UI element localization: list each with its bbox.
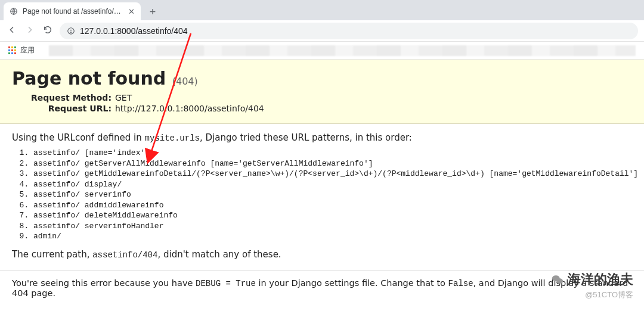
- svg-point-2: [70, 32, 71, 33]
- expl-c1: DEBUG = True: [196, 279, 256, 288]
- url-pattern-item: assetinfo/ getServerAllMiddlewareinfo [n…: [33, 158, 632, 169]
- outro-before: The current path,: [12, 249, 92, 260]
- meta-url-value: http://127.0.0.1:8000/assetinfo/404: [115, 103, 264, 114]
- url-pattern-item: assetinfo/ [name='index']: [33, 148, 632, 158]
- svg-rect-3: [8, 46, 10, 48]
- url-patterns-panel: Using the URLconf defined in mysite.urls…: [0, 124, 644, 271]
- bookmarks-bar: 应用: [0, 42, 644, 60]
- svg-rect-4: [11, 46, 13, 48]
- tab-title: Page not found at /assetinfo/404: [23, 7, 123, 15]
- site-info-icon[interactable]: [67, 27, 75, 35]
- page-title: Page not found (404): [12, 68, 632, 89]
- request-meta-table: Request Method: GET Request URL: http://…: [31, 92, 264, 114]
- url-pattern-item: assetinfo/ serverinfoHandler: [33, 221, 632, 232]
- url-pattern-item: assetinfo/ addmiddlewareinfo: [33, 200, 632, 211]
- url-pattern-item: admin/: [33, 231, 632, 242]
- expl-t2: in your Django settings file. Change tha…: [256, 278, 448, 288]
- meta-url-label: Request URL:: [31, 103, 115, 114]
- outro-code: assetinfo/404: [92, 250, 157, 260]
- svg-rect-9: [8, 52, 10, 54]
- new-tab-button[interactable]: +: [144, 4, 161, 20]
- url-pattern-item: assetinfo/ deleteMiddlewareinfo: [33, 210, 632, 221]
- page-body: Page not found (404) Request Method: GET…: [0, 60, 644, 305]
- url-pattern-item: assetinfo/ getMiddlewareinfoDetail/(?P<s…: [33, 169, 632, 179]
- browser-chrome: Page not found at /assetinfo/404 ✕ + 127…: [0, 0, 644, 60]
- svg-rect-5: [14, 46, 16, 48]
- outro-text: The current path, assetinfo/404, didn't …: [12, 249, 632, 260]
- expl-t1: You're seeing this error because you hav…: [12, 278, 196, 288]
- expl-c2: False: [448, 279, 473, 288]
- intro-code: mysite.urls: [145, 133, 200, 143]
- intro-before: Using the URLconf defined in: [12, 132, 145, 143]
- url-pattern-item: assetinfo/ display/: [33, 179, 632, 190]
- summary-panel: Page not found (404) Request Method: GET…: [0, 60, 644, 124]
- svg-rect-10: [11, 52, 13, 54]
- meta-row-url: Request URL: http://127.0.0.1:8000/asset…: [31, 103, 264, 114]
- blurred-bookmarks: [49, 45, 636, 56]
- nav-toolbar: 127.0.0.1:8000/assetinfo/404: [0, 20, 644, 42]
- url-pattern-item: assetinfo/ serverinfo: [33, 189, 632, 200]
- intro-text: Using the URLconf defined in mysite.urls…: [12, 132, 632, 143]
- apps-icon[interactable]: [8, 46, 17, 55]
- svg-rect-7: [11, 49, 13, 51]
- svg-rect-8: [14, 49, 16, 51]
- svg-rect-6: [8, 49, 10, 51]
- forward-button[interactable]: [24, 25, 36, 37]
- heading-small: (404): [172, 76, 198, 87]
- intro-after: , Django tried these URL patterns, in th…: [200, 132, 412, 143]
- meta-method-label: Request Method:: [31, 92, 115, 103]
- meta-method-value: GET: [115, 92, 264, 103]
- tab-strip: Page not found at /assetinfo/404 ✕ +: [0, 0, 644, 20]
- svg-rect-11: [14, 52, 16, 54]
- url-pattern-list: assetinfo/ [name='index']assetinfo/ getS…: [33, 148, 632, 242]
- heading-text: Page not found: [12, 68, 166, 89]
- apps-label[interactable]: 应用: [20, 45, 35, 55]
- outro-after: , didn't match any of these.: [157, 249, 281, 260]
- url-text: 127.0.0.1:8000/assetinfo/404: [80, 26, 188, 36]
- reload-button[interactable]: [42, 25, 54, 37]
- meta-row-method: Request Method: GET: [31, 92, 264, 103]
- browser-tab-active[interactable]: Page not found at /assetinfo/404 ✕: [4, 2, 141, 20]
- debug-explanation: You're seeing this error because you hav…: [0, 271, 644, 305]
- back-button[interactable]: [6, 25, 18, 37]
- globe-icon: [10, 7, 18, 15]
- close-icon[interactable]: ✕: [128, 8, 135, 15]
- address-bar[interactable]: 127.0.0.1:8000/assetinfo/404: [60, 23, 638, 39]
